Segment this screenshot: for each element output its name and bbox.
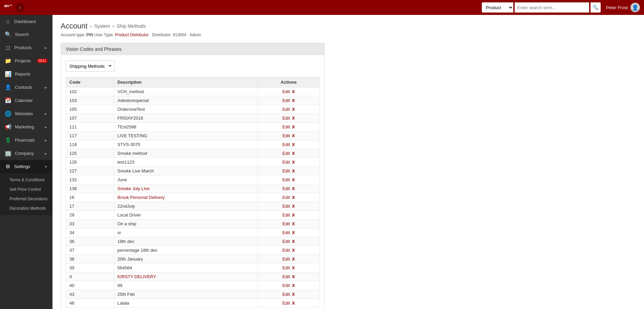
delete-button[interactable]: X — [292, 124, 295, 129]
user-type-value[interactable]: Product Distributor — [115, 33, 149, 37]
delete-button[interactable]: X — [292, 142, 295, 147]
edit-link[interactable]: Edit — [282, 301, 290, 306]
delete-button[interactable]: X — [292, 195, 295, 200]
sidebar-item-company[interactable]: 🏢 Company ► — [0, 147, 52, 160]
edit-link[interactable]: Edit — [282, 292, 290, 297]
edit-link[interactable]: Edit — [282, 116, 290, 121]
cell-actions: EditX — [258, 131, 320, 140]
delete-button[interactable]: X — [292, 221, 295, 226]
table-row: 33On a shipEditX — [66, 220, 320, 228]
delete-button[interactable]: X — [292, 89, 295, 94]
delete-button[interactable]: X — [292, 204, 295, 209]
cell-actions: EditX — [258, 202, 320, 211]
search-button[interactable]: 🔍 — [591, 2, 601, 13]
delete-button[interactable]: X — [292, 177, 295, 182]
sidebar-item-search[interactable]: 🔍 Search — [0, 28, 52, 41]
sidebar-sub-item-terms[interactable]: Terms & Conditions — [0, 175, 52, 185]
delete-button[interactable]: X — [292, 230, 295, 235]
edit-link[interactable]: Edit — [282, 195, 290, 200]
cell-description: 25th Feb — [114, 290, 258, 299]
col-header-code: Code — [66, 77, 114, 87]
delete-button[interactable]: X — [292, 160, 295, 165]
edit-link[interactable]: Edit — [282, 142, 290, 147]
edit-link[interactable]: Edit — [282, 151, 290, 156]
cell-actions: EditX — [258, 255, 320, 264]
delete-button[interactable]: X — [292, 133, 295, 138]
delete-button[interactable]: X — [292, 256, 295, 262]
delete-button[interactable]: X — [292, 212, 295, 218]
description-link[interactable]: KIRSTY DELIVERY — [117, 274, 156, 279]
chevron-down-icon: ▼ — [44, 165, 48, 169]
delete-button[interactable]: X — [292, 168, 295, 173]
sidebar-item-label: Marketing — [15, 124, 41, 129]
panel-body: Shipping Methods Payment Methods Other M… — [61, 55, 324, 309]
cell-actions: EditX — [258, 96, 320, 105]
cell-actions: EditX — [258, 87, 320, 96]
edit-link[interactable]: Edit — [282, 98, 290, 103]
edit-link[interactable]: Edit — [282, 274, 290, 279]
sidebar-item-products[interactable]: ◻ Products ► — [0, 41, 52, 54]
edit-link[interactable]: Edit — [282, 168, 290, 173]
cell-description: 20th January — [114, 255, 258, 264]
sidebar-item-dashboard[interactable]: ⌂ Dashboard — [0, 15, 52, 28]
edit-link[interactable]: Edit — [282, 248, 290, 253]
edit-link[interactable]: Edit — [282, 256, 290, 262]
edit-link[interactable]: Edit — [282, 89, 290, 94]
cell-actions: EditX — [258, 272, 320, 281]
sidebar-item-marketing[interactable]: 📢 Marketing ► — [0, 120, 52, 133]
edit-link[interactable]: Edit — [282, 230, 290, 235]
table-row: 4099EditX — [66, 281, 320, 290]
delete-button[interactable]: X — [292, 107, 295, 112]
search-type-select[interactable]: Product Customer Order — [482, 2, 513, 13]
cell-actions: EditX — [258, 220, 320, 228]
delete-button[interactable]: X — [292, 292, 295, 297]
edit-link[interactable]: Edit — [282, 177, 290, 182]
sidebar-item-financials[interactable]: 💲 Financials ► — [0, 133, 52, 147]
cell-description: 99 — [114, 281, 258, 290]
edit-link[interactable]: Edit — [282, 239, 290, 244]
cell-code: 107 — [66, 114, 114, 123]
delete-button[interactable]: X — [292, 116, 295, 121]
search-input[interactable] — [515, 2, 589, 13]
sidebar-item-settings[interactable]: ⚙ Settings ▼ — [0, 160, 52, 173]
description-link[interactable]: Brook Personal Delivery — [117, 195, 165, 200]
description-link[interactable]: Smoke July Live — [117, 186, 150, 191]
delete-button[interactable]: X — [292, 98, 295, 103]
cell-description: KIRSTY DELIVERY — [114, 272, 258, 281]
cell-description: FRIDAY2018 — [114, 114, 258, 123]
edit-link[interactable]: Edit — [282, 265, 290, 270]
cell-code: 37 — [66, 246, 114, 255]
delete-button[interactable]: X — [292, 274, 295, 279]
delete-button[interactable]: X — [292, 283, 295, 288]
edit-link[interactable]: Edit — [282, 186, 290, 191]
cell-code: 138 — [66, 184, 114, 193]
sidebar-item-reports[interactable]: 📊 Reports — [0, 67, 52, 81]
edit-link[interactable]: Edit — [282, 124, 290, 129]
sidebar-sub-item-decoration-methods[interactable]: Decoration Methods — [0, 204, 52, 213]
sidebar-item-label: Contacts — [15, 85, 41, 90]
delete-button[interactable]: X — [292, 265, 295, 270]
delete-button[interactable]: X — [292, 151, 295, 156]
edit-link[interactable]: Edit — [282, 283, 290, 288]
sidebar-item-calendar[interactable]: 📅 Calendar — [0, 94, 52, 107]
sidebar-item-websites[interactable]: 🌐 Websites ► — [0, 107, 52, 120]
edit-link[interactable]: Edit — [282, 204, 290, 209]
col-header-description: Description — [114, 77, 258, 87]
sidebar-item-contacts[interactable]: 👤 Contacts ► — [0, 81, 52, 94]
shipping-method-select[interactable]: Shipping Methods Payment Methods Other M… — [66, 61, 115, 71]
delete-button[interactable]: X — [292, 248, 295, 253]
delete-button[interactable]: X — [292, 301, 295, 306]
table-row: 39564564EditX — [66, 264, 320, 272]
delete-button[interactable]: X — [292, 239, 295, 244]
edit-link[interactable]: Edit — [282, 160, 290, 165]
edit-link[interactable]: Edit — [282, 221, 290, 226]
sidebar-collapse-button[interactable]: ‹ — [15, 3, 25, 12]
delete-button[interactable]: X — [292, 186, 295, 191]
edit-link[interactable]: Edit — [282, 212, 290, 218]
sidebar-item-projects[interactable]: 📁 Projects 6531 — [0, 54, 52, 67]
sidebar-sub-item-sellprice[interactable]: Sell Price Control — [0, 185, 52, 194]
cell-description: Smoke method — [114, 149, 258, 158]
edit-link[interactable]: Edit — [282, 107, 290, 112]
sidebar-sub-item-preferred-decorators[interactable]: Preferred Decorators — [0, 194, 52, 204]
edit-link[interactable]: Edit — [282, 133, 290, 138]
